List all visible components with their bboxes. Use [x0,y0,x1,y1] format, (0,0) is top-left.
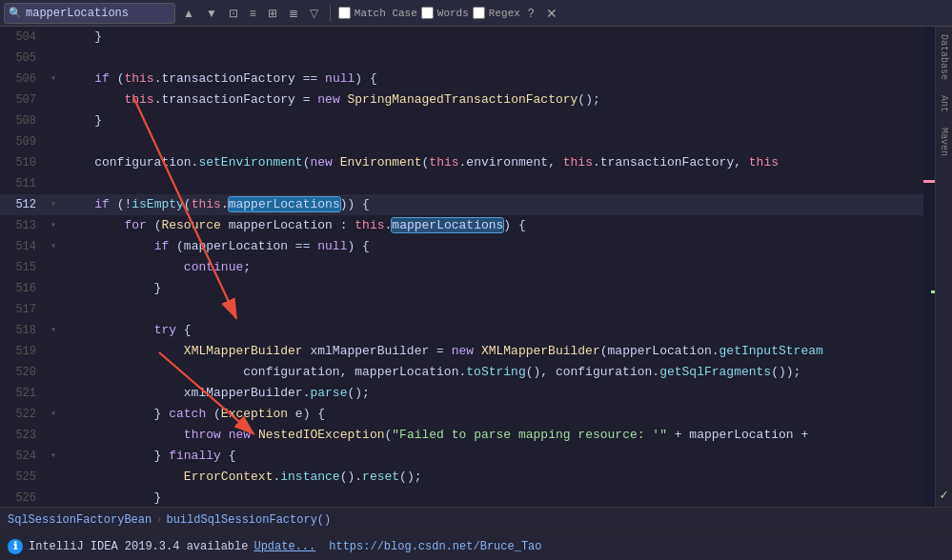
fold-icon[interactable]: ▾ [46,404,61,425]
line-number: 522 [0,404,46,425]
search-close-button[interactable]: ✕ [542,6,561,21]
table-row: 504 } [0,27,923,48]
line-content: throw new NestedIOException("Failed to p… [61,425,923,446]
regex-input[interactable] [473,7,485,19]
line-content [61,173,923,194]
line-number: 526 [0,488,46,507]
update-link[interactable]: Update... [253,540,315,553]
table-row: 521 xmlMapperBuilder.parse(); [0,383,923,404]
status-bar: ℹ IntelliJ IDEA 2019.3.4 available Updat… [0,531,952,560]
table-row: 520 configuration, mapperLocation.toStri… [0,362,923,383]
line-content: try { [61,320,923,341]
table-row: 523 throw new NestedIOException("Failed … [0,425,923,446]
search-icon: 🔍 [9,7,22,19]
line-content: } [61,278,923,299]
match-case-label: Match Case [354,8,417,19]
fold-icon[interactable]: ▾ [46,446,61,467]
search-next-button[interactable]: ▼ [202,5,221,22]
check-icon: ✓ [936,483,951,507]
table-row: 512 ▾ if (!isEmpty(this.mapperLocations)… [0,194,923,215]
match-case-input[interactable] [338,7,351,19]
minimap-mark-green [931,290,935,293]
regex-checkbox[interactable]: Regex [473,7,520,19]
line-number: 504 [0,27,46,48]
line-content: } finally { [61,446,923,467]
line-number: 525 [0,467,46,488]
code-editor: 504 } 505 506 ▾ if (this.transactionFact… [0,27,923,507]
line-number: 513 [0,215,46,236]
code-lines: 504 } 505 506 ▾ if (this.transactionFact… [0,27,923,507]
fold-icon[interactable]: ▾ [46,236,61,257]
line-content: if (mapperLocation == null) { [61,236,923,257]
line-content: this.transactionFactory = new SpringMana… [61,90,923,110]
table-row: 518 ▾ try { [0,320,923,341]
minimap-mark [923,180,935,183]
line-number: 508 [0,110,46,131]
search-filter2-button[interactable]: ▽ [306,5,322,22]
line-content: configuration, mapperLocation.toString()… [61,362,923,383]
status-title: IntelliJ IDEA 2019.3.4 available [29,540,248,553]
table-row: 514 ▾ if (mapperLocation == null) { [0,236,923,257]
line-number: 520 [0,362,46,383]
table-row: 516 } [0,278,923,299]
table-row: 513 ▾ for (Resource mapperLocation : thi… [0,215,923,236]
line-content: continue; [61,257,923,278]
line-content [61,299,923,320]
search-input[interactable] [26,7,159,20]
search-prev-button[interactable]: ▲ [179,5,198,22]
table-row: 525 ErrorContext.instance().reset(); [0,467,923,488]
divider [330,5,331,22]
table-row: 526 } [0,488,923,507]
sidebar-ant-label[interactable]: Ant [939,88,949,120]
line-number: 515 [0,257,46,278]
search-help-button[interactable]: ? [524,5,538,22]
line-content: } [61,488,923,507]
line-content: for (Resource mapperLocation : this.mapp… [61,215,923,236]
line-number: 516 [0,278,46,299]
line-content: xmlMapperBuilder.parse(); [61,383,923,404]
fold-icon[interactable]: ▾ [46,215,61,236]
breadcrumb-bar: SqlSessionFactoryBean › buildSqlSessionF… [0,507,952,531]
table-row: 517 [0,299,923,320]
line-number: 507 [0,90,46,110]
sidebar-maven-label[interactable]: Maven [939,120,949,164]
line-content: configuration.setEnvironment(new Environ… [61,152,923,173]
search-bar: 🔍 ▲ ▼ ⊡ ≡ ⊞ ≣ ▽ Match Case Words Regex ?… [0,0,952,27]
fold-icon[interactable]: ▾ [46,69,61,90]
line-number: 521 [0,383,46,404]
line-content: if (this.transactionFactory == null) { [61,69,923,90]
search-context-button[interactable]: ≣ [285,5,302,22]
sidebar-database-label[interactable]: Database [939,27,949,88]
line-content: } [61,27,923,48]
line-content [61,48,923,69]
table-row: 506 ▾ if (this.transactionFactory == nul… [0,69,923,90]
breadcrumb-class[interactable]: SqlSessionFactoryBean [8,513,152,527]
breadcrumb-method[interactable]: buildSqlSessionFactory() [166,513,331,527]
table-row: 511 [0,173,923,194]
words-input[interactable] [421,7,434,19]
search-filter-button[interactable]: ⊞ [264,5,281,22]
minimap [923,27,935,507]
line-number: 519 [0,341,46,362]
table-row: 510 configuration.setEnvironment(new Env… [0,152,923,173]
search-expand-button[interactable]: ⊡ [225,5,242,22]
side-panel-right: Database Ant Maven ✓ [935,27,952,507]
line-content: ErrorContext.instance().reset(); [61,467,923,488]
line-number: 512 [0,194,46,215]
search-collapse-button[interactable]: ≡ [246,5,260,22]
words-checkbox[interactable]: Words [421,7,469,19]
line-number: 506 [0,69,46,90]
match-case-checkbox[interactable]: Match Case [338,7,417,19]
words-label: Words [437,8,469,19]
table-row: 505 [0,48,923,69]
table-row: 524 ▾ } finally { [0,446,923,467]
line-number: 523 [0,425,46,446]
table-row: 519 XMLMapperBuilder xmlMapperBuilder = … [0,341,923,362]
table-row: 509 [0,131,923,152]
fold-icon[interactable]: ▾ [46,320,61,341]
line-number: 505 [0,48,46,69]
breadcrumb-separator: › [155,513,162,527]
line-number: 510 [0,152,46,173]
fold-icon[interactable]: ▾ [46,194,61,215]
line-number: 517 [0,299,46,320]
